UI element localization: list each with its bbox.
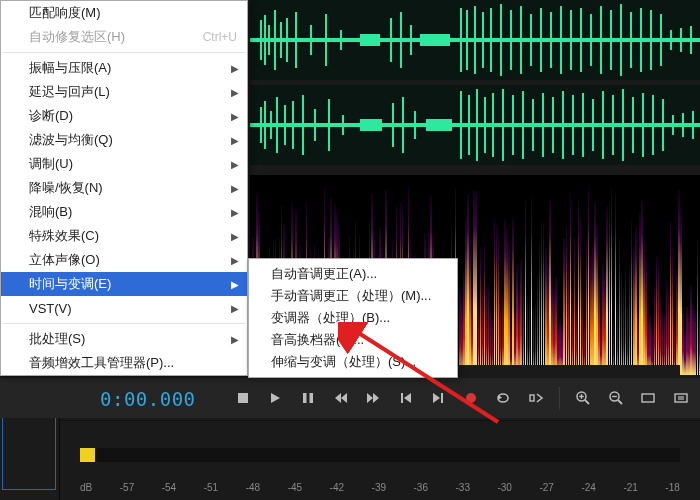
menu-separator xyxy=(3,52,245,53)
scale-tick: -24 xyxy=(581,482,595,493)
zoom-selection-button[interactable] xyxy=(672,388,691,408)
chevron-right-icon: ▶ xyxy=(231,159,239,170)
level-meter[interactable] xyxy=(80,448,680,462)
svg-rect-57 xyxy=(414,111,416,139)
zoom-in-button[interactable] xyxy=(574,388,593,408)
menu-item-label: 混响(B) xyxy=(29,203,72,221)
menu-item-label: 滤波与均衡(Q) xyxy=(29,131,113,149)
chevron-right-icon: ▶ xyxy=(231,303,239,314)
menu-vst[interactable]: VST(V) ▶ xyxy=(1,296,247,320)
stop-button[interactable] xyxy=(234,388,253,408)
chevron-right-icon: ▶ xyxy=(231,87,239,98)
zoom-out-button[interactable] xyxy=(606,388,625,408)
svg-rect-23 xyxy=(510,10,512,70)
svg-rect-26 xyxy=(540,8,542,72)
menu-separator xyxy=(3,323,245,324)
svg-rect-51 xyxy=(314,109,316,141)
loop-button[interactable] xyxy=(494,388,513,408)
scale-tick: -21 xyxy=(623,482,637,493)
toolbar-separator xyxy=(559,387,560,409)
pause-button[interactable] xyxy=(299,388,318,408)
svg-rect-78 xyxy=(642,93,644,157)
chevron-right-icon: ▶ xyxy=(231,111,239,122)
scale-tick: -33 xyxy=(456,482,470,493)
menu-filter-eq[interactable]: 滤波与均衡(Q) ▶ xyxy=(1,128,247,152)
skip-back-button[interactable] xyxy=(396,388,415,408)
submenu-manual-pitch[interactable]: 手动音调更正（处理）(M)... xyxy=(249,285,457,307)
svg-rect-12 xyxy=(360,34,380,46)
menu-item-label: 振幅与压限(A) xyxy=(29,59,111,77)
effects-menu: 匹配响度(M) 自动修复选区(H) Ctrl+U 振幅与压限(A) ▶ 延迟与回… xyxy=(0,0,248,376)
scale-tick: -57 xyxy=(120,482,134,493)
timecode-display[interactable]: 0:00.000 xyxy=(100,388,196,410)
level-meter-scale: dB-57-54-51-48-45-42-39-36-33-30-27-24-2… xyxy=(80,482,680,493)
zoom-full-button[interactable] xyxy=(639,388,658,408)
svg-rect-39 xyxy=(670,30,672,50)
play-button[interactable] xyxy=(266,388,285,408)
menu-delay-echo[interactable]: 延迟与回声(L) ▶ xyxy=(1,80,247,104)
svg-rect-66 xyxy=(522,91,524,159)
menu-plugin-manager[interactable]: 音频增效工具管理器(P)... xyxy=(1,351,247,375)
svg-rect-9 xyxy=(310,25,312,55)
menu-item-label: 时间与变调(E) xyxy=(29,275,111,293)
svg-rect-79 xyxy=(652,95,654,155)
svg-rect-49 xyxy=(292,101,294,149)
menu-auto-heal[interactable]: 自动修复选区(H) Ctrl+U xyxy=(1,25,247,49)
chevron-right-icon: ▶ xyxy=(231,183,239,194)
svg-rect-69 xyxy=(552,97,554,153)
svg-rect-24 xyxy=(520,6,522,74)
menu-item-label: 批处理(S) xyxy=(29,330,85,348)
menu-batch[interactable]: 批处理(S) ▶ xyxy=(1,327,247,351)
submenu-pitch-shifter[interactable]: 音高换档器(P)... xyxy=(249,329,457,351)
menu-match-loudness[interactable]: 匹配响度(M) xyxy=(1,1,247,25)
svg-rect-11 xyxy=(340,30,342,50)
record-button[interactable] xyxy=(461,388,480,408)
svg-line-93 xyxy=(585,400,589,404)
menu-reverb[interactable]: 混响(B) ▶ xyxy=(1,200,247,224)
fast-forward-button[interactable] xyxy=(364,388,383,408)
chevron-right-icon: ▶ xyxy=(231,63,239,74)
svg-rect-19 xyxy=(474,6,476,74)
svg-rect-33 xyxy=(610,10,612,70)
scale-tick: -30 xyxy=(497,482,511,493)
menu-amplitude[interactable]: 振幅与压限(A) ▶ xyxy=(1,56,247,80)
svg-rect-61 xyxy=(476,89,478,161)
svg-rect-36 xyxy=(640,8,642,72)
svg-rect-54 xyxy=(360,119,382,131)
svg-rect-40 xyxy=(680,28,682,52)
waveform-channel-1 xyxy=(250,0,700,80)
menu-special[interactable]: 特殊效果(C) ▶ xyxy=(1,224,247,248)
menu-diagnostics[interactable]: 诊断(D) ▶ xyxy=(1,104,247,128)
svg-rect-41 xyxy=(690,26,692,54)
submenu-pitch-shifter-process[interactable]: 变调器（处理）(B)... xyxy=(249,307,457,329)
submenu-item-label: 手动音调更正（处理）(M)... xyxy=(271,287,431,305)
svg-rect-34 xyxy=(620,4,622,76)
svg-rect-52 xyxy=(328,99,330,151)
scale-tick: dB xyxy=(80,482,92,493)
chevron-right-icon: ▶ xyxy=(231,279,239,290)
menu-item-label: 诊断(D) xyxy=(29,107,73,125)
menu-time-pitch[interactable]: 时间与变调(E) ▶ xyxy=(1,272,247,296)
svg-rect-29 xyxy=(570,10,572,70)
chevron-right-icon: ▶ xyxy=(231,334,239,345)
svg-rect-16 xyxy=(420,34,450,46)
menu-modulation[interactable]: 调制(U) ▶ xyxy=(1,152,247,176)
svg-rect-82 xyxy=(682,113,684,137)
menu-item-label: 自动修复选区(H) xyxy=(29,28,125,46)
rewind-button[interactable] xyxy=(331,388,350,408)
svg-rect-46 xyxy=(270,111,272,139)
svg-rect-59 xyxy=(460,91,462,159)
scale-tick: -27 xyxy=(539,482,553,493)
svg-rect-74 xyxy=(602,91,604,159)
submenu-item-label: 音高换档器(P)... xyxy=(271,331,364,349)
menu-stereo-imagery[interactable]: 立体声像(O) ▶ xyxy=(1,248,247,272)
scale-tick: -48 xyxy=(246,482,260,493)
submenu-auto-pitch[interactable]: 自动音调更正(A)... xyxy=(249,263,457,285)
menu-noise-reduction[interactable]: 降噪/恢复(N) ▶ xyxy=(1,176,247,200)
skip-forward-button[interactable] xyxy=(429,388,448,408)
skip-selection-button[interactable] xyxy=(526,388,545,408)
svg-rect-28 xyxy=(560,6,562,74)
submenu-stretch-pitch[interactable]: 伸缩与变调（处理）(S)... xyxy=(249,351,457,373)
svg-rect-5 xyxy=(274,10,276,70)
svg-rect-56 xyxy=(402,97,404,153)
